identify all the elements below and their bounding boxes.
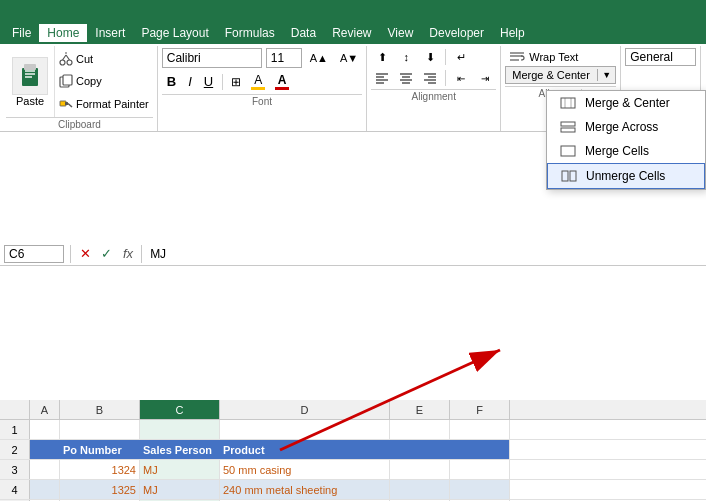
cell-b1[interactable] <box>60 420 140 439</box>
paste-icon <box>18 62 42 90</box>
cell-f3[interactable] <box>450 460 510 479</box>
font-row2: B I U ⊞ A A <box>162 71 362 92</box>
cell-d1[interactable] <box>220 420 390 439</box>
merge-dropdown-chevron[interactable]: ▼ <box>597 69 615 81</box>
cell-c3[interactable]: MJ <box>140 460 220 479</box>
cell-b2[interactable]: Po Number <box>60 440 140 459</box>
merge-across-option[interactable]: Merge Across <box>547 115 705 139</box>
menu-view[interactable]: View <box>380 24 422 42</box>
cell-f1[interactable] <box>450 420 510 439</box>
cell-c1[interactable] <box>140 420 220 439</box>
formula-bar: ✕ ✓ fx <box>0 242 706 266</box>
cell-c4[interactable]: MJ <box>140 480 220 499</box>
menu-review[interactable]: Review <box>324 24 379 42</box>
col-header-f[interactable]: F <box>450 400 510 419</box>
formula-divider1 <box>70 245 71 263</box>
alignment-group-label: Alignment <box>371 89 496 103</box>
wrap-text-button[interactable]: ↵ <box>450 48 472 66</box>
cell-c2[interactable]: Sales Person <box>140 440 220 459</box>
row-num-2[interactable]: 2 <box>0 440 30 459</box>
bold-button[interactable]: B <box>162 72 181 91</box>
format-painter-button[interactable]: Format Painter <box>59 97 149 111</box>
cell-a3[interactable] <box>30 460 60 479</box>
menu-bar: // Will be rendered via template below <box>0 0 706 22</box>
col-header-a[interactable]: A <box>30 400 60 419</box>
underline-button[interactable]: U <box>199 72 218 91</box>
font-size-input[interactable] <box>266 48 302 68</box>
merge-cells-option[interactable]: Merge Cells <box>547 139 705 163</box>
align-left-button[interactable] <box>371 69 393 87</box>
merge-center-button[interactable]: Merge & Center ▼ <box>505 66 616 84</box>
font-color-button[interactable]: A <box>271 71 293 92</box>
paste-button[interactable]: Paste <box>6 46 55 117</box>
menu-home[interactable]: Home <box>39 24 87 42</box>
cell-d4[interactable]: 240 mm metal sheeting <box>220 480 390 499</box>
svg-line-14 <box>68 103 72 107</box>
borders-button[interactable]: ⊞ <box>227 73 245 91</box>
row-num-4[interactable]: 4 <box>0 480 30 499</box>
clipboard-group-label: Clipboard <box>6 117 153 131</box>
formula-input[interactable] <box>146 247 702 261</box>
menu-bar: File Home Insert Page Layout Formulas Da… <box>0 22 706 44</box>
cell-e3[interactable] <box>390 460 450 479</box>
row-num-1[interactable]: 1 <box>0 420 30 439</box>
column-headers: A B C D E F <box>0 400 706 420</box>
cell-a1[interactable] <box>30 420 60 439</box>
cell-b4[interactable]: 1325 <box>60 480 140 499</box>
svg-line-8 <box>66 55 70 60</box>
cell-e1[interactable] <box>390 420 450 439</box>
decrease-font-button[interactable]: A▼ <box>336 50 362 66</box>
menu-developer[interactable]: Developer <box>421 24 492 42</box>
cell-e2[interactable] <box>390 440 450 459</box>
row-num-3[interactable]: 3 <box>0 460 30 479</box>
cut-button[interactable]: Cut <box>59 52 149 66</box>
cell-a2[interactable] <box>30 440 60 459</box>
col-header-c[interactable]: C <box>140 400 220 419</box>
wrap-text-button2[interactable]: Wrap Text <box>505 48 616 66</box>
font-name-input[interactable] <box>162 48 262 68</box>
align-divider2 <box>445 70 446 86</box>
increase-font-button[interactable]: A▲ <box>306 50 332 66</box>
svg-rect-3 <box>25 73 35 75</box>
font-group-label: Font <box>162 94 362 108</box>
wrap-text-icon <box>509 50 525 64</box>
menu-data[interactable]: Data <box>283 24 324 42</box>
align-bottom-button[interactable]: ⬇ <box>419 48 441 66</box>
merge-across-option-icon <box>559 120 577 134</box>
cell-f4[interactable] <box>450 480 510 499</box>
menu-file[interactable]: File <box>4 24 39 42</box>
cell-b3[interactable]: 1324 <box>60 460 140 479</box>
align-center-button[interactable] <box>395 69 417 87</box>
col-header-e[interactable]: E <box>390 400 450 419</box>
menu-insert[interactable]: Insert <box>87 24 133 42</box>
cell-d3[interactable]: 50 mm casing <box>220 460 390 479</box>
ribbon: File Home Insert Page Layout Formulas Da… <box>0 22 706 132</box>
svg-line-7 <box>63 55 67 60</box>
col-header-d[interactable]: D <box>220 400 390 419</box>
increase-indent-button[interactable]: ⇥ <box>474 69 496 87</box>
unmerge-cells-option-label: Unmerge Cells <box>586 169 665 183</box>
decrease-indent-button[interactable]: ⇤ <box>450 69 472 87</box>
number-format-button[interactable]: General <box>625 48 696 66</box>
menu-page-layout[interactable]: Page Layout <box>133 24 216 42</box>
cell-f2[interactable] <box>450 440 510 459</box>
merge-center-option[interactable]: Merge & Center <box>547 91 705 115</box>
name-box[interactable] <box>4 245 64 263</box>
italic-button[interactable]: I <box>183 72 197 91</box>
unmerge-cells-option[interactable]: Unmerge Cells <box>547 163 705 189</box>
svg-rect-4 <box>25 76 32 78</box>
col-header-b[interactable]: B <box>60 400 140 419</box>
align-middle-button[interactable]: ↕ <box>395 48 417 66</box>
cell-e4[interactable] <box>390 480 450 499</box>
copy-button[interactable]: Copy <box>59 74 149 88</box>
menu-help[interactable]: Help <box>492 24 533 42</box>
formula-cancel-button[interactable]: ✕ <box>77 246 94 261</box>
align-right-button[interactable] <box>419 69 441 87</box>
fill-color-button[interactable]: A <box>247 71 269 92</box>
spreadsheet: A B C D E F 1 2 Po Number Sales Person P… <box>0 400 706 501</box>
formula-confirm-button[interactable]: ✓ <box>98 246 115 261</box>
cell-d2[interactable]: Product <box>220 440 390 459</box>
menu-formulas[interactable]: Formulas <box>217 24 283 42</box>
align-top-button[interactable]: ⬆ <box>371 48 393 66</box>
cell-a4[interactable] <box>30 480 60 499</box>
